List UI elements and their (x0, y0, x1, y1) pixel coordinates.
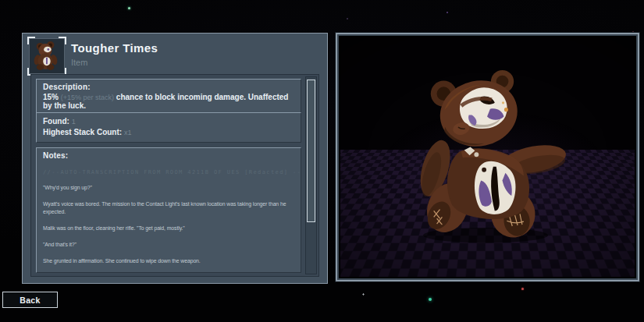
back-button[interactable]: Back (2, 292, 58, 308)
star (521, 288, 524, 290)
scrollbar-thumb[interactable] (307, 80, 315, 222)
highest-stack-stat: Highest Stack Count: x1 (43, 127, 294, 138)
found-label: Found: (43, 117, 69, 126)
found-stat: Found: 1 (43, 116, 294, 127)
entry-category: Item (71, 58, 87, 67)
item-icon-frame (29, 38, 65, 74)
entry-scroll-region[interactable]: Description: 15% (+15% per stack) chance… (30, 74, 319, 277)
star (362, 293, 365, 295)
notes-paragraph: Malik was on the floor, cleaning her rif… (43, 225, 294, 232)
star (429, 298, 432, 301)
notes-box: Notes: //--AUTO-TRANSCRIPTION FROM ROOM … (36, 147, 301, 273)
highest-stack-value: x1 (124, 129, 132, 136)
notes-paragraph: She grunted in affirmation. She continue… (43, 257, 294, 265)
found-value: 1 (72, 118, 76, 126)
teddy-bear-icon (33, 41, 59, 70)
stats-box: Found: 1 Highest Stack Count: x1 (36, 112, 301, 143)
highest-stack-label: Highest Stack Count: (43, 128, 122, 136)
logbook-entry-card: Tougher Times Item Description: 15% (+15… (22, 33, 328, 284)
description-label: Description: (43, 83, 294, 91)
description-box: Description: 15% (+15% per stack) chance… (36, 79, 301, 115)
entry-header: Tougher Times Item (23, 34, 327, 74)
star (128, 7, 130, 9)
entry-title: Tougher Times (71, 41, 158, 55)
corner-bracket (59, 37, 66, 44)
notes-paragraph: "And that's it?" (43, 241, 294, 249)
teddy-bear-model (407, 65, 568, 245)
model-preview-panel (336, 33, 639, 281)
description-chance: 15% (43, 93, 59, 101)
notes-transcription: //--AUTO-TRANSCRIPTION FROM ROOM 4211B O… (43, 169, 294, 175)
notes-paragraph: "Why'd you sign up?" (43, 184, 294, 192)
model-viewport[interactable] (340, 37, 635, 277)
description-per-stack: (+15% per stack) (61, 94, 114, 101)
notes-scrollbar[interactable] (305, 76, 317, 274)
notes-label: Notes: (43, 151, 294, 160)
notes-paragraph: Wyatt's voice was bored. The mission to … (43, 200, 294, 216)
star (347, 18, 348, 19)
star (447, 12, 448, 13)
description-text: 15% (+15% per stack) chance to block inc… (43, 93, 294, 110)
screen-background: Tougher Times Item Description: 15% (+15… (0, 0, 644, 322)
